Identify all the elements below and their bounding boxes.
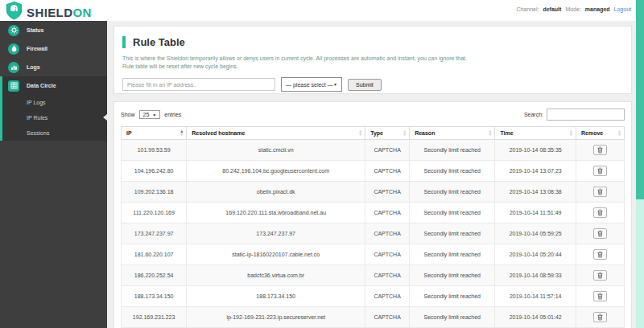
sidebar-item-ip-rules[interactable]: IP Rules bbox=[2, 110, 107, 125]
remove-cell bbox=[576, 203, 625, 223]
rule-table: IP ▲▼ Resolved hostname ▲▼ Type ▲▼ Rea bbox=[121, 126, 625, 328]
column-header-hostname[interactable]: Resolved hostname ▲▼ bbox=[187, 127, 365, 140]
ip-address-input[interactable] bbox=[122, 78, 275, 91]
logout-link[interactable]: Logout bbox=[614, 6, 631, 12]
time-cell: 2019-10-14 05:20:44 bbox=[495, 244, 576, 265]
sort-icon: ▲▼ bbox=[402, 129, 407, 136]
reason-cell: Secondly limit reached bbox=[410, 307, 495, 328]
sidebar-item-data-circle[interactable]: Data Circle bbox=[2, 76, 107, 95]
sidebar-item-label: Firewall bbox=[27, 46, 47, 51]
entries-label: entries bbox=[164, 112, 181, 117]
top-bar: SHIELDON Channel: default Mode: managed … bbox=[0, 0, 644, 21]
column-header-ip[interactable]: IP ▲▼ bbox=[122, 127, 187, 140]
submit-button[interactable]: Submit bbox=[348, 79, 382, 91]
page-scrollbar[interactable] bbox=[636, 0, 644, 328]
hostname-cell: static.cmcti.vn bbox=[187, 140, 365, 161]
channel-label: Channel: bbox=[516, 6, 539, 12]
mode-label: Mode: bbox=[565, 6, 580, 12]
sidebar-item-status[interactable]: Status bbox=[0, 21, 107, 39]
remove-cell bbox=[576, 265, 625, 286]
grid-icon bbox=[8, 80, 19, 92]
reason-cell: Secondly limit reached bbox=[410, 223, 495, 244]
rule-table-header-card: Rule Table This is where the Shieldon te… bbox=[114, 26, 632, 94]
table-controls: Show 25 ▼ entries Search: bbox=[114, 102, 631, 126]
reason-cell: Secondly limit reached bbox=[410, 140, 495, 161]
type-cell: CAPTCHA bbox=[365, 307, 410, 328]
rule-table-card: Show 25 ▼ entries Search: bbox=[114, 101, 632, 328]
table-row: 186.220.252.54 badcfc36.virtua.com.br CA… bbox=[122, 265, 625, 286]
trash-icon bbox=[597, 146, 603, 154]
delete-rule-button[interactable] bbox=[593, 187, 607, 197]
time-cell: 2019-10-14 13:08:38 bbox=[495, 182, 576, 203]
type-cell: CAPTCHA bbox=[365, 265, 410, 286]
trash-icon bbox=[597, 209, 603, 216]
ip-cell: 192.169.231.223 bbox=[122, 307, 187, 328]
remove-cell bbox=[576, 307, 625, 328]
rule-type-select-value: — please select — bbox=[286, 82, 333, 88]
delete-rule-button[interactable] bbox=[593, 207, 607, 218]
remove-cell bbox=[576, 140, 625, 161]
table-row: 111.220.120.169 169.120.220.111.sta.wbro… bbox=[122, 203, 625, 223]
search-input[interactable] bbox=[547, 109, 625, 121]
mode-value: managed bbox=[585, 6, 610, 12]
reason-cell: Secondly limit reached bbox=[410, 182, 495, 203]
search-label: Search: bbox=[524, 112, 543, 117]
table-row: 101.99.53.59 static.cmcti.vn CAPTCHA Sec… bbox=[122, 140, 625, 161]
hostname-cell: 188.173.34.150 bbox=[187, 286, 365, 307]
type-cell: CAPTCHA bbox=[365, 286, 410, 307]
delete-rule-button[interactable] bbox=[593, 291, 607, 301]
sort-icon: ▲▼ bbox=[488, 129, 492, 136]
ip-cell: 109.202.136.18 bbox=[122, 182, 187, 203]
channel-value: default bbox=[543, 6, 561, 12]
trash-icon bbox=[597, 293, 603, 300]
table-header-row: IP ▲▼ Resolved hostname ▲▼ Type ▲▼ Rea bbox=[122, 127, 625, 140]
reason-cell: Secondly limit reached bbox=[410, 265, 495, 286]
sidebar-item-logs[interactable]: Logs bbox=[0, 58, 107, 76]
trash-icon bbox=[597, 314, 603, 321]
reason-cell: Secondly limit reached bbox=[410, 244, 495, 265]
table-row: 181.60.220.107 static-ip-18160220107.cab… bbox=[122, 244, 625, 265]
column-header-time[interactable]: Time ▲▼ bbox=[495, 127, 576, 140]
remove-cell bbox=[576, 182, 625, 203]
entries-count-select[interactable]: 25 ▼ bbox=[139, 110, 161, 119]
sidebar-subitem-label: IP Rules bbox=[27, 115, 47, 121]
scrollbar-thumb[interactable] bbox=[636, 0, 644, 199]
sidebar-item-sessions[interactable]: Sessions bbox=[2, 125, 107, 141]
sidebar-item-ip-logs[interactable]: IP Logs bbox=[2, 95, 107, 110]
time-cell: 2019-10-14 08:35:35 bbox=[495, 140, 576, 161]
remove-cell bbox=[576, 286, 625, 307]
trash-icon bbox=[597, 272, 603, 279]
delete-rule-button[interactable] bbox=[593, 312, 607, 322]
delete-rule-button[interactable] bbox=[593, 249, 607, 260]
column-header-remove[interactable]: Remove ▲▼ bbox=[576, 127, 625, 140]
logo: SHIELDON bbox=[6, 1, 92, 23]
delete-rule-button[interactable] bbox=[593, 228, 607, 239]
delete-rule-button[interactable] bbox=[593, 270, 607, 281]
hostname-cell: ip-192-169-231-223.ip.secureserver.net bbox=[187, 307, 365, 328]
delete-rule-button[interactable] bbox=[593, 166, 607, 176]
time-cell: 2019-10-14 11:51:49 bbox=[495, 203, 576, 223]
reason-cell: Secondly limit reached bbox=[410, 286, 495, 307]
brand-text: SHIELDON bbox=[27, 6, 92, 19]
rule-type-select[interactable]: — please select — ▼ bbox=[281, 77, 342, 92]
reason-cell: Secondly limit reached bbox=[410, 161, 495, 182]
remove-cell bbox=[576, 244, 625, 265]
type-cell: CAPTCHA bbox=[365, 140, 410, 161]
sidebar-item-firewall[interactable]: Firewall bbox=[0, 39, 107, 58]
column-header-reason[interactable]: Reason ▲▼ bbox=[410, 127, 495, 140]
hostname-cell: badcfc36.virtua.com.br bbox=[187, 265, 365, 286]
type-cell: CAPTCHA bbox=[365, 182, 410, 203]
time-cell: 2019-10-14 11:57:14 bbox=[495, 286, 576, 307]
ip-cell: 173.247.237.97 bbox=[122, 223, 187, 244]
delete-rule-button[interactable] bbox=[593, 145, 607, 155]
sort-icon: ▲▼ bbox=[180, 129, 184, 136]
type-cell: CAPTCHA bbox=[365, 223, 410, 244]
rule-table-body: 101.99.53.59 static.cmcti.vn CAPTCHA Sec… bbox=[122, 140, 625, 328]
trash-icon bbox=[597, 188, 603, 195]
hostname-cell: 169.120.220.111.sta.wbroadband.net.au bbox=[187, 203, 365, 223]
shield-elephant-icon bbox=[6, 1, 23, 23]
hostname-cell: static-ip-18160220107.cable.net.co bbox=[187, 244, 365, 265]
column-header-type[interactable]: Type ▲▼ bbox=[365, 127, 410, 140]
hostname-cell: 80.242.196.104.bc.googleusercontent.com bbox=[187, 161, 365, 182]
sidebar-subitem-label: Sessions bbox=[27, 130, 49, 136]
